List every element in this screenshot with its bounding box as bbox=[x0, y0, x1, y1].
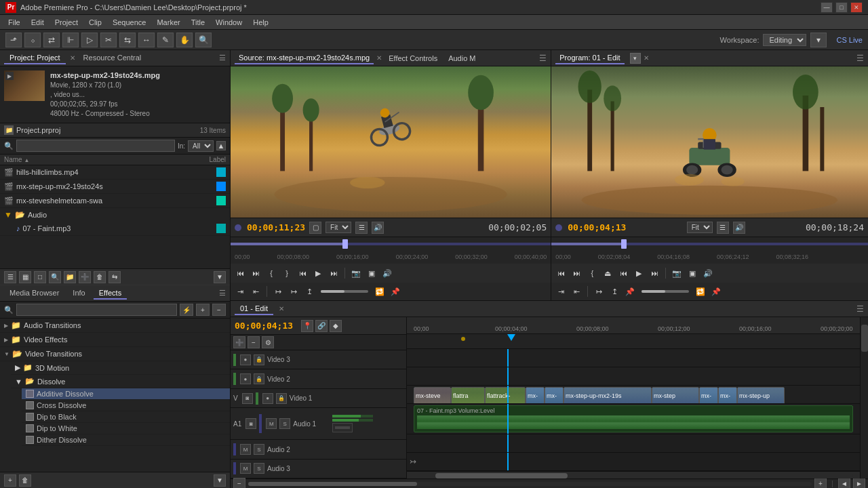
new-custom-bin-button[interactable]: + bbox=[196, 304, 210, 316]
audio-3-solo-button[interactable]: S bbox=[254, 463, 264, 474]
program-monitor-menu-icon[interactable]: ☰ bbox=[856, 54, 864, 63]
program-extract-button[interactable]: ↥ bbox=[608, 285, 621, 298]
minimize-button[interactable]: — bbox=[821, 2, 833, 13]
razor-tool-button[interactable]: ✂ bbox=[100, 33, 117, 47]
tl-clip-flattra[interactable]: flattra bbox=[451, 387, 485, 404]
list-view-button[interactable]: ☰ bbox=[4, 271, 16, 283]
source-menu-button[interactable]: ☰ bbox=[355, 222, 368, 234]
project-search-input[interactable] bbox=[16, 140, 175, 152]
video-3-lock-button[interactable]: 🔒 bbox=[254, 354, 264, 365]
program-monitor-tab[interactable]: Program: 01 - Edit bbox=[555, 52, 624, 64]
list-item[interactable]: ♪ 07 - Faint.mp3 bbox=[0, 222, 230, 236]
tl-clip-mx1[interactable]: mx- bbox=[526, 387, 545, 404]
side-scrollbar-thumb[interactable] bbox=[861, 325, 868, 352]
video-effects-category[interactable]: ▶ 📁 Video Effects bbox=[0, 333, 230, 347]
video-1-sync-button[interactable]: ◙ bbox=[242, 393, 253, 404]
audio-2-mute-button[interactable]: M bbox=[240, 444, 251, 455]
dip-to-black-item[interactable]: Dip to Black bbox=[22, 411, 230, 423]
track-settings-button[interactable]: ⚙ bbox=[262, 336, 274, 348]
info-tab[interactable]: Info bbox=[67, 287, 90, 300]
timeline-close-button[interactable]: ✕ bbox=[279, 305, 284, 312]
video-2-lock-button[interactable]: 🔒 bbox=[254, 373, 264, 384]
source-snap-button[interactable]: 📌 bbox=[389, 285, 402, 298]
add-marker-button[interactable]: ◆ bbox=[330, 320, 342, 332]
source-in-to-out-button[interactable]: ⇥ bbox=[233, 285, 247, 298]
source-mark-out-button[interactable]: } bbox=[280, 266, 294, 280]
delete-track-button[interactable]: − bbox=[248, 336, 260, 348]
dissolve-category[interactable]: ▼ 📂 Dissolve bbox=[11, 375, 230, 388]
timeline-tab[interactable]: 01 - Edit bbox=[235, 303, 273, 315]
program-in-to-out-button[interactable]: ⇥ bbox=[554, 285, 568, 298]
program-export-button[interactable]: 📷 bbox=[670, 266, 684, 280]
scrollbar-thumb[interactable] bbox=[435, 473, 567, 479]
audio-1-pan-control[interactable] bbox=[335, 426, 350, 429]
audio-1-sync-button[interactable]: ◙ bbox=[245, 418, 256, 429]
tl-clip-mx4[interactable]: mx- bbox=[718, 387, 737, 404]
list-item[interactable]: 🎬 mx-step-up-mx2-19sto24s bbox=[0, 180, 230, 194]
linked-selection-button[interactable]: 🔗 bbox=[315, 320, 328, 332]
effect-controls-tab[interactable]: Effect Controls bbox=[384, 53, 441, 64]
source-mark-in-button[interactable]: { bbox=[264, 266, 278, 280]
source-audio-button[interactable]: 🔊 bbox=[372, 222, 384, 234]
program-trim-button[interactable]: ↦ bbox=[592, 285, 606, 298]
close-button[interactable]: ✕ bbox=[850, 2, 863, 13]
additive-dissolve-item[interactable]: Additive Dissolve bbox=[22, 388, 230, 400]
video-2-eye-button[interactable]: ● bbox=[240, 373, 251, 384]
icon-view-button[interactable]: ▦ bbox=[19, 271, 31, 283]
new-bin-button[interactable]: 📁 bbox=[64, 271, 76, 283]
tl-clip-mx-step-up-last[interactable]: mx-step-up bbox=[737, 387, 785, 404]
source-play-button[interactable]: ▶ bbox=[311, 266, 325, 280]
zoom-slider[interactable] bbox=[248, 482, 812, 486]
automate-button[interactable]: ⇆ bbox=[108, 271, 121, 283]
snap-button[interactable]: 📍 bbox=[301, 320, 313, 332]
delete-custom-button[interactable]: − bbox=[212, 304, 226, 316]
tl-clip-mx3[interactable]: mx- bbox=[699, 387, 718, 404]
video-1-lock-button[interactable]: 🔒 bbox=[276, 393, 287, 404]
video-1-track[interactable]: mx-steve flattra flattrack- mx- bbox=[407, 386, 860, 404]
tl-clip-flattrack[interactable]: flattrack- bbox=[485, 387, 526, 404]
rate-stretch-button[interactable]: ▷ bbox=[81, 33, 98, 47]
source-set-in-button[interactable]: ▢ bbox=[309, 222, 321, 234]
source-overwrite-button[interactable]: ↦ bbox=[287, 285, 300, 298]
in-select[interactable]: All bbox=[188, 140, 214, 152]
cross-dissolve-item[interactable]: Cross Dissolve bbox=[22, 400, 230, 411]
menu-window[interactable]: Window bbox=[210, 17, 248, 28]
effects-search-input[interactable] bbox=[16, 304, 177, 316]
source-step-back-button[interactable]: ⏮ bbox=[233, 266, 247, 280]
source-insert-button[interactable]: ↦ bbox=[271, 285, 285, 298]
audio-folder[interactable]: ▼ 📂 Audio bbox=[0, 208, 230, 222]
source-export-button[interactable]: 📷 bbox=[349, 266, 363, 280]
program-volume-button[interactable]: 🔊 bbox=[701, 266, 715, 280]
audio-2-track[interactable] bbox=[407, 434, 860, 453]
add-track-button[interactable]: ➕ bbox=[233, 336, 245, 348]
audio-1-track[interactable]: 07 - Faint.mp3 Volume:Level bbox=[407, 404, 860, 434]
program-lift-button[interactable]: ⏏ bbox=[601, 266, 614, 280]
tl-clip-mx-step[interactable]: mx-step bbox=[652, 387, 699, 404]
program-mark-in-button[interactable]: { bbox=[585, 266, 599, 280]
rolling-edit-button[interactable]: ⊩ bbox=[62, 33, 79, 47]
maximize-button[interactable]: □ bbox=[835, 2, 848, 13]
scroll-up-button[interactable]: ▲ bbox=[216, 141, 226, 150]
program-volume-slider[interactable] bbox=[642, 290, 689, 293]
source-go-out-button[interactable]: ⏭ bbox=[327, 266, 340, 280]
panel-menu-icon[interactable]: ☰ bbox=[219, 54, 226, 62]
program-go-out-button[interactable]: ⏭ bbox=[648, 266, 661, 280]
volume-slider[interactable] bbox=[321, 290, 368, 293]
delete-item-button[interactable]: 🗑 bbox=[19, 474, 31, 487]
source-go-in-button[interactable]: ⏮ bbox=[296, 266, 309, 280]
video-3-track[interactable] bbox=[407, 349, 860, 367]
project-tab[interactable]: Project: Project bbox=[4, 52, 66, 64]
audio-transitions-category[interactable]: ▶ 📁 Audio Transitions bbox=[0, 319, 230, 333]
list-item[interactable]: 🎬 mx-steveshelmetcam-swa bbox=[0, 194, 230, 208]
effects-panel-menu-icon[interactable]: ☰ bbox=[219, 289, 226, 298]
scroll-left-button[interactable]: ◄ bbox=[838, 478, 850, 489]
program-go-in-button[interactable]: ⏮ bbox=[616, 266, 630, 280]
hand-tool-button[interactable]: ✋ bbox=[176, 33, 193, 47]
workspace-select[interactable]: Editing bbox=[763, 34, 806, 46]
accelerated-effects-button[interactable]: ⚡ bbox=[180, 304, 193, 316]
pen-tool-button[interactable]: ✎ bbox=[157, 33, 174, 47]
program-audio-button[interactable]: 🔊 bbox=[733, 222, 745, 234]
zoom-in-button[interactable]: + bbox=[814, 478, 827, 489]
menu-clip[interactable]: Clip bbox=[83, 17, 107, 28]
new-custom-item-button[interactable]: + bbox=[4, 474, 16, 487]
